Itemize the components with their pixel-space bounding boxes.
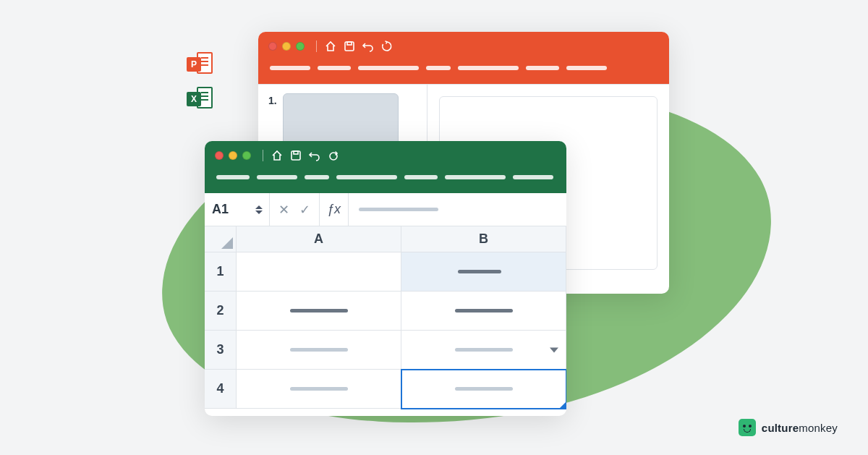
undo-icon[interactable] bbox=[308, 149, 321, 162]
svg-rect-2 bbox=[292, 151, 300, 160]
xls-ribbon-tabs[interactable] bbox=[215, 170, 556, 184]
name-box-value: A1 bbox=[212, 202, 229, 217]
cell-a4[interactable] bbox=[237, 370, 401, 409]
maximize-icon[interactable] bbox=[296, 42, 305, 51]
namebox-stepper[interactable] bbox=[253, 200, 265, 219]
svg-rect-1 bbox=[347, 42, 352, 45]
chevron-up-icon[interactable] bbox=[255, 205, 263, 209]
excel-window: A1 ✕ ✓ ƒx A B 1 2 bbox=[205, 141, 566, 416]
save-icon[interactable] bbox=[343, 40, 356, 53]
divider bbox=[263, 150, 263, 161]
chevron-down-icon[interactable] bbox=[255, 211, 263, 214]
ppt-titlebar bbox=[258, 32, 669, 84]
name-box[interactable]: A1 bbox=[205, 193, 270, 226]
save-icon[interactable] bbox=[289, 149, 302, 162]
home-icon[interactable] bbox=[324, 40, 337, 53]
home-icon[interactable] bbox=[271, 149, 284, 162]
redo-icon[interactable] bbox=[380, 40, 393, 53]
fx-label[interactable]: ƒx bbox=[320, 193, 349, 226]
undo-icon[interactable] bbox=[362, 40, 375, 53]
close-icon[interactable] bbox=[215, 151, 224, 160]
row-header-4[interactable]: 4 bbox=[205, 370, 237, 409]
formula-placeholder bbox=[359, 208, 438, 211]
cell-b4-selected[interactable] bbox=[401, 370, 566, 409]
ppt-thumb-index: 1. bbox=[268, 93, 277, 106]
formula-bar-buttons: ✕ ✓ bbox=[270, 193, 320, 226]
excel-icon: X bbox=[187, 85, 213, 111]
brand-text: culturemonkey bbox=[762, 422, 838, 434]
row-header-3[interactable]: 3 bbox=[205, 331, 237, 370]
accept-icon[interactable]: ✓ bbox=[299, 202, 310, 218]
app-icons-group: P X bbox=[187, 51, 213, 111]
close-icon[interactable] bbox=[268, 42, 277, 51]
ppt-traffic-lights[interactable] bbox=[268, 42, 305, 51]
minimize-icon[interactable] bbox=[282, 42, 291, 51]
brand: culturemonkey bbox=[739, 419, 838, 436]
svg-rect-0 bbox=[345, 42, 354, 51]
cell-a2[interactable] bbox=[237, 292, 401, 331]
cancel-icon[interactable]: ✕ bbox=[278, 202, 289, 218]
xls-traffic-lights[interactable] bbox=[215, 151, 251, 160]
divider bbox=[316, 41, 317, 52]
minimize-icon[interactable] bbox=[229, 151, 237, 160]
row-header-2[interactable]: 2 bbox=[205, 292, 237, 331]
xls-titlebar bbox=[205, 141, 566, 193]
col-header-b[interactable]: B bbox=[401, 226, 566, 252]
formula-bar: A1 ✕ ✓ ƒx bbox=[205, 193, 566, 226]
select-all-corner[interactable] bbox=[205, 226, 237, 252]
brand-light: monkey bbox=[799, 422, 838, 434]
cell-a3[interactable] bbox=[237, 331, 401, 370]
formula-input[interactable] bbox=[349, 193, 566, 226]
spreadsheet-grid[interactable]: A B 1 2 3 4 bbox=[205, 226, 566, 416]
col-header-a[interactable]: A bbox=[237, 226, 401, 252]
brand-logo bbox=[739, 419, 756, 436]
cell-b3[interactable] bbox=[401, 331, 566, 370]
row-header-1[interactable]: 1 bbox=[205, 252, 237, 292]
cell-a1[interactable] bbox=[237, 252, 401, 292]
cell-b2[interactable] bbox=[401, 292, 566, 331]
dropdown-icon[interactable] bbox=[550, 347, 558, 352]
redo-icon[interactable] bbox=[327, 149, 340, 162]
ppt-ribbon-tabs[interactable] bbox=[268, 61, 659, 75]
maximize-icon[interactable] bbox=[242, 151, 251, 160]
powerpoint-icon: P bbox=[187, 51, 213, 77]
excel-badge: X bbox=[187, 92, 201, 106]
brand-bold: culture bbox=[762, 422, 799, 434]
cell-b1[interactable] bbox=[401, 252, 566, 292]
svg-rect-3 bbox=[294, 151, 298, 154]
powerpoint-badge: P bbox=[187, 57, 201, 72]
